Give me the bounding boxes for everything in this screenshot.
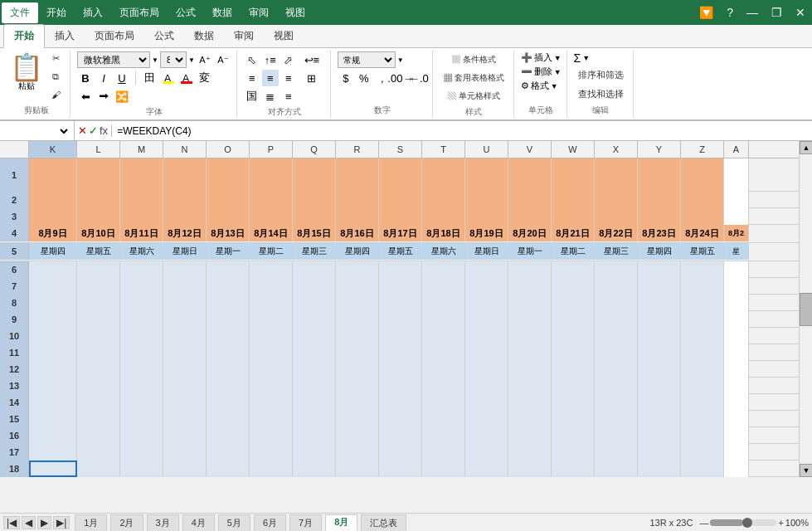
cell-O3[interactable] — [207, 208, 250, 225]
col-header-M[interactable]: M — [120, 141, 163, 158]
scroll-up-btn[interactable]: ▲ — [800, 141, 812, 154]
cell-R3[interactable] — [336, 208, 379, 225]
align-top-right-btn[interactable]: ⬀ — [280, 51, 297, 68]
cell-T8[interactable] — [422, 295, 465, 311]
cell-Y15[interactable] — [638, 411, 681, 427]
cell-T11[interactable] — [422, 344, 465, 361]
row-num-3[interactable]: 3 — [0, 208, 29, 225]
cell-R5[interactable]: 星期四 — [336, 243, 379, 260]
decrease-font-btn[interactable]: A⁻ — [215, 51, 231, 68]
name-box[interactable] — [0, 121, 75, 140]
cell-S16[interactable] — [379, 427, 422, 444]
cell-O8[interactable] — [207, 295, 250, 311]
cell-O11[interactable] — [207, 344, 250, 361]
cell-M6[interactable] — [120, 261, 163, 278]
zoom-slider[interactable] — [710, 519, 776, 526]
cell-Y5[interactable]: 星期四 — [638, 243, 681, 260]
cell-L1[interactable] — [77, 158, 120, 192]
sheet-tab-6[interactable]: 6月 — [254, 514, 286, 531]
col-header-W[interactable]: W — [552, 141, 595, 158]
menu-formula[interactable]: 公式 — [168, 2, 204, 23]
find-select-btn[interactable]: 查找和选择 — [574, 85, 628, 103]
menu-view[interactable]: 视图 — [277, 2, 314, 23]
cell-W12[interactable] — [552, 361, 595, 378]
cell-U10[interactable] — [465, 328, 508, 344]
col-header-L[interactable]: L — [77, 141, 120, 158]
tab-formula[interactable]: 公式 — [144, 25, 184, 47]
cell-V9[interactable] — [508, 311, 552, 328]
window-close[interactable]: ✕ — [790, 4, 810, 21]
row-num-8[interactable]: 8 — [0, 295, 29, 311]
cell-X10[interactable] — [595, 328, 638, 344]
cell-V18[interactable] — [508, 460, 552, 477]
sheet-tab-3[interactable]: 3月 — [147, 514, 179, 531]
cell-K10[interactable] — [29, 328, 77, 344]
cell-L16[interactable] — [77, 427, 120, 444]
cell-U5[interactable]: 星期日 — [465, 243, 508, 260]
cell-O14[interactable] — [207, 394, 250, 411]
col-header-V[interactable]: V — [508, 141, 552, 158]
cell-Z9[interactable] — [681, 311, 724, 328]
row-num-4[interactable]: 4 — [0, 225, 29, 241]
sheet-tab-5[interactable]: 5月 — [218, 514, 250, 531]
cell-Q8[interactable] — [293, 295, 336, 311]
col-header-U[interactable]: U — [465, 141, 508, 158]
row-num-18[interactable]: 18 — [0, 460, 29, 477]
cell-Y2[interactable] — [638, 192, 681, 208]
cell-N6[interactable] — [163, 261, 207, 278]
cell-X2[interactable] — [595, 192, 638, 208]
indent-btn[interactable]: ≣ — [262, 88, 279, 105]
cell-U17[interactable] — [465, 444, 508, 460]
row-num-2[interactable]: 2 — [0, 192, 29, 208]
cell-Z14[interactable] — [681, 394, 724, 411]
cell-T3[interactable] — [422, 208, 465, 225]
cell-L15[interactable] — [77, 411, 120, 427]
cell-O15[interactable] — [207, 411, 250, 427]
cell-K2[interactable] — [29, 192, 77, 208]
sheet-tab-2[interactable]: 2月 — [110, 514, 143, 531]
text-dir-btn[interactable]: 国 — [244, 88, 260, 105]
cell-K3[interactable] — [29, 208, 77, 225]
row-num-14[interactable]: 14 — [0, 394, 29, 411]
cell-A2[interactable] — [724, 192, 749, 208]
cell-A1[interactable] — [724, 158, 749, 192]
cell-L17[interactable] — [77, 444, 120, 460]
cell-S5[interactable]: 星期五 — [379, 243, 422, 260]
cell-R13[interactable] — [336, 378, 379, 394]
font-name-arrow[interactable]: ▼ — [152, 56, 158, 64]
cell-V12[interactable] — [508, 361, 552, 378]
cell-X6[interactable] — [595, 261, 638, 278]
tab-nav-next[interactable]: ▶ — [37, 516, 51, 529]
tab-data[interactable]: 数据 — [184, 25, 224, 47]
tab-nav-prev[interactable]: ◀ — [22, 516, 36, 529]
percent-btn[interactable]: % — [356, 70, 372, 86]
cell-U9[interactable] — [465, 311, 508, 328]
cell-M7[interactable] — [120, 278, 163, 295]
cell-M13[interactable] — [120, 378, 163, 394]
cell-Q14[interactable] — [293, 394, 336, 411]
cell-Z10[interactable] — [681, 328, 724, 344]
cell-X7[interactable] — [595, 278, 638, 295]
cell-V13[interactable] — [508, 378, 552, 394]
cell-L4[interactable]: 8月10日 — [77, 225, 120, 241]
cell-O2[interactable] — [207, 192, 250, 208]
number-format-select[interactable]: 常规 — [338, 51, 396, 68]
border-button[interactable]: 田 — [141, 70, 158, 86]
cell-S7[interactable] — [379, 278, 422, 295]
cell-S11[interactable] — [379, 344, 422, 361]
cell-R17[interactable] — [336, 444, 379, 460]
scroll-down-btn[interactable]: ▼ — [800, 464, 812, 477]
cell-X18[interactable] — [595, 460, 638, 477]
copy-button[interactable]: ⧉ — [46, 68, 65, 85]
cell-A13[interactable] — [724, 378, 749, 394]
cell-V7[interactable] — [508, 278, 552, 295]
cell-T2[interactable] — [422, 192, 465, 208]
indent-dec-btn[interactable]: ⬅ — [77, 88, 94, 105]
cell-Z7[interactable] — [681, 278, 724, 295]
cell-Z3[interactable] — [681, 208, 724, 225]
cell-Z11[interactable] — [681, 344, 724, 361]
cell-R6[interactable] — [336, 261, 379, 278]
cell-O6[interactable] — [207, 261, 250, 278]
font-color-button[interactable]: A — [177, 70, 194, 86]
menu-layout[interactable]: 页面布局 — [111, 2, 168, 23]
